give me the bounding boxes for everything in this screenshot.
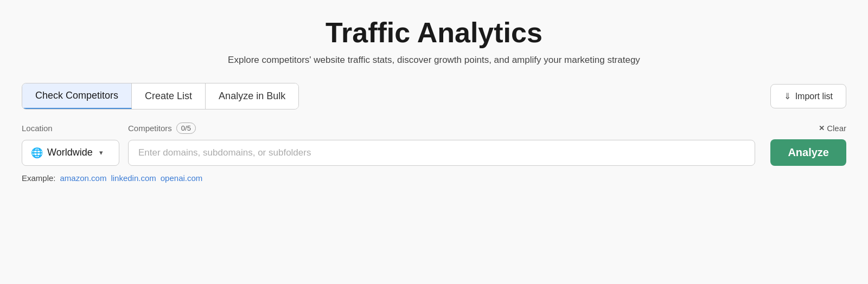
controls-area: Location Competitors 0/5 ✕ Clear 🌐 World… <box>22 122 846 183</box>
tab-analyze-in-bulk[interactable]: Analyze in Bulk <box>206 83 298 109</box>
import-list-button[interactable]: ⇓ Import list <box>770 84 846 108</box>
globe-icon: 🌐 <box>31 147 43 159</box>
chevron-down-icon: ▾ <box>99 149 103 157</box>
competitors-label: Competitors <box>128 124 172 133</box>
tab-create-list[interactable]: Create List <box>132 83 206 109</box>
page-subtitle: Explore competitors' website traffic sta… <box>22 55 846 66</box>
location-label: Location <box>22 124 53 133</box>
examples-prefix: Example: <box>22 173 56 183</box>
competitors-label-area: Competitors 0/5 ✕ Clear <box>128 122 846 134</box>
page-container: Traffic Analytics Explore competitors' w… <box>22 17 846 183</box>
location-value: Worldwide <box>47 147 93 158</box>
import-list-label: Import list <box>795 92 833 101</box>
clear-label: Clear <box>827 124 846 133</box>
labels-row: Location Competitors 0/5 ✕ Clear <box>22 122 846 134</box>
clear-button[interactable]: ✕ Clear <box>819 124 846 133</box>
location-dropdown[interactable]: 🌐 Worldwide ▾ <box>22 140 119 166</box>
inputs-row: 🌐 Worldwide ▾ Analyze <box>22 139 846 166</box>
example-link-openai[interactable]: openai.com <box>161 173 203 183</box>
toolbar-row: Check Competitors Create List Analyze in… <box>22 83 846 109</box>
clear-x-icon: ✕ <box>819 124 825 132</box>
example-link-linkedin[interactable]: linkedin.com <box>111 173 156 183</box>
header-section: Traffic Analytics Explore competitors' w… <box>22 17 846 66</box>
tabs-group: Check Competitors Create List Analyze in… <box>22 83 299 109</box>
example-link-amazon[interactable]: amazon.com <box>60 173 107 183</box>
competitors-input[interactable] <box>128 140 755 166</box>
import-icon: ⇓ <box>784 91 791 101</box>
examples-row: Example: amazon.com linkedin.com openai.… <box>22 173 846 183</box>
tab-check-competitors[interactable]: Check Competitors <box>22 83 132 109</box>
competitors-badge: 0/5 <box>176 122 196 134</box>
location-label-spacer: Location <box>22 124 119 133</box>
page-title: Traffic Analytics <box>22 17 846 48</box>
analyze-button[interactable]: Analyze <box>770 139 846 166</box>
